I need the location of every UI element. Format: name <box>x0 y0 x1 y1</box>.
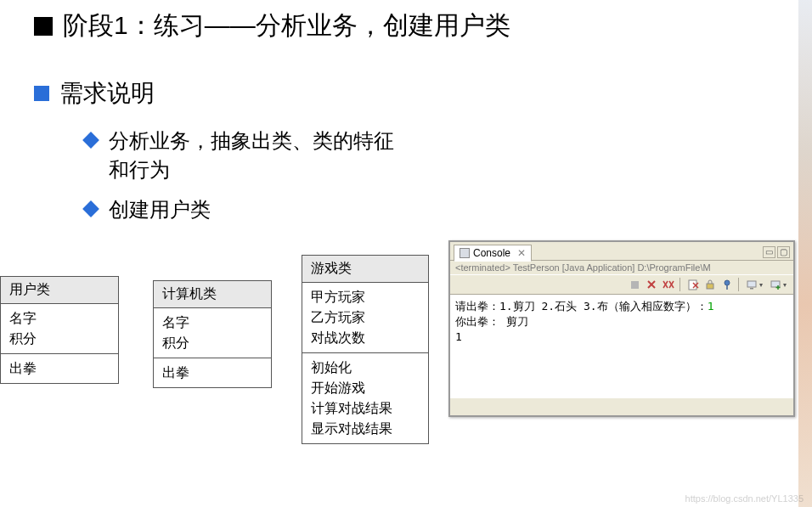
clear-console-button[interactable] <box>685 277 701 292</box>
dropdown-arrow-icon[interactable]: ▾ <box>759 281 766 289</box>
method-item: 出拳 <box>162 363 262 383</box>
method-item: 开始游戏 <box>311 378 420 398</box>
console-toolbar: ▾ ▾ <box>450 274 793 295</box>
user-input: 1 <box>708 300 714 313</box>
remove-launch-button[interactable] <box>644 277 659 292</box>
page-x-icon <box>688 279 699 290</box>
double-xx-icon <box>663 279 674 290</box>
display-console-button[interactable] <box>744 277 759 292</box>
console-icon <box>460 248 470 258</box>
monitor-plus-icon <box>770 279 781 290</box>
bullet-text: 创建用户类 <box>109 195 211 224</box>
attr-item: 甲方玩家 <box>311 287 420 307</box>
class-methods: 初始化 开始游戏 计算对战结果 显示对战结果 <box>302 353 428 443</box>
class-box-game: 游戏类 甲方玩家 乙方玩家 对战次数 初始化 开始游戏 计算对战结果 显示对战结… <box>302 255 429 444</box>
subtitle-row: 需求说明 <box>34 77 778 110</box>
console-tab[interactable]: Console ✕ <box>454 245 532 262</box>
console-output[interactable]: 请出拳：1.剪刀 2.石头 3.布（输入相应数字）：1 你出拳： 剪刀 1 <box>450 295 793 398</box>
attr-item: 名字 <box>162 313 262 333</box>
decorative-edge <box>798 0 812 507</box>
separator <box>679 278 680 291</box>
class-methods: 出拳 <box>1 354 118 383</box>
slide-subtitle: 需求说明 <box>59 77 155 110</box>
bullet-item: 创建用户类 <box>85 195 778 224</box>
bullet-square-black-icon <box>34 17 53 36</box>
class-attributes: 甲方玩家 乙方玩家 对战次数 <box>302 283 428 353</box>
scroll-lock-button[interactable] <box>702 277 718 292</box>
method-item: 出拳 <box>9 358 110 379</box>
slide-title: 阶段1：练习——分析业务，创建用户类 <box>63 8 510 43</box>
attr-item: 积分 <box>162 333 262 353</box>
console-tabbar: Console ✕ ▭ ▢ <box>450 242 793 261</box>
maximize-icon[interactable]: ▢ <box>777 246 790 258</box>
minimize-icon[interactable]: ▭ <box>763 246 775 258</box>
class-box-user: 用户类 名字 积分 出拳 <box>0 276 119 384</box>
square-red-icon <box>630 280 640 290</box>
method-item: 显示对战结果 <box>311 419 420 439</box>
svg-rect-10 <box>707 284 713 289</box>
svg-rect-0 <box>631 281 639 289</box>
bullet-item: 分析业务，抽象出类、类的特征和行为 <box>85 127 778 183</box>
watermark: https://blog.csdn.net/YL1335 <box>685 493 804 504</box>
method-item: 计算对战结果 <box>311 398 420 419</box>
output-line: 你出拳： 剪刀 <box>455 314 788 330</box>
diamond-icon <box>82 132 99 149</box>
method-item: 初始化 <box>311 358 420 378</box>
bullet-text: 分析业务，抽象出类、类的特征和行为 <box>109 127 398 183</box>
terminate-button[interactable] <box>627 277 642 292</box>
dropdown-arrow-icon[interactable]: ▾ <box>783 281 790 289</box>
class-name: 用户类 <box>1 277 118 304</box>
lock-icon <box>705 279 715 290</box>
diamond-icon <box>82 200 99 217</box>
attr-item: 名字 <box>9 308 110 329</box>
svg-rect-14 <box>750 288 753 290</box>
pin-console-button[interactable] <box>719 277 735 292</box>
class-name: 游戏类 <box>302 256 428 283</box>
slide: 阶段1：练习——分析业务，创建用户类 需求说明 分析业务，抽象出类、类的特征和行… <box>0 0 812 224</box>
monitor-icon <box>747 279 757 290</box>
remove-all-button[interactable] <box>661 277 676 292</box>
svg-point-11 <box>725 280 730 285</box>
svg-rect-13 <box>747 281 756 287</box>
attr-item: 乙方玩家 <box>311 307 420 328</box>
double-x-icon <box>646 279 657 290</box>
console-tab-label: Console <box>473 247 510 259</box>
output-line: 1 <box>455 330 788 345</box>
close-icon[interactable]: ✕ <box>517 247 526 259</box>
open-console-button[interactable] <box>768 277 783 292</box>
pin-icon <box>722 279 732 290</box>
bullet-list: 分析业务，抽象出类、类的特征和行为 创建用户类 <box>85 127 778 224</box>
tabbar-controls: ▭ ▢ <box>763 246 790 258</box>
class-box-computer: 计算机类 名字 积分 出拳 <box>153 280 272 388</box>
attr-item: 积分 <box>9 329 110 349</box>
bullet-square-blue-icon <box>34 86 49 101</box>
class-name: 计算机类 <box>154 281 271 308</box>
output-line: 请出拳：1.剪刀 2.石头 3.布（输入相应数字）：1 <box>455 299 788 314</box>
class-attributes: 名字 积分 <box>154 308 271 358</box>
class-attributes: 名字 积分 <box>1 304 118 354</box>
title-row: 阶段1：练习——分析业务，创建用户类 <box>34 8 778 43</box>
console-status: <terminated> TestPerson [Java Applicatio… <box>450 261 793 274</box>
class-methods: 出拳 <box>154 358 271 387</box>
attr-item: 对战次数 <box>311 328 420 348</box>
separator <box>738 278 739 291</box>
console-view: Console ✕ ▭ ▢ <terminated> TestPerson [J… <box>448 240 795 417</box>
prompt-text: 请出拳：1.剪刀 2.石头 3.布（输入相应数字）： <box>455 300 708 313</box>
